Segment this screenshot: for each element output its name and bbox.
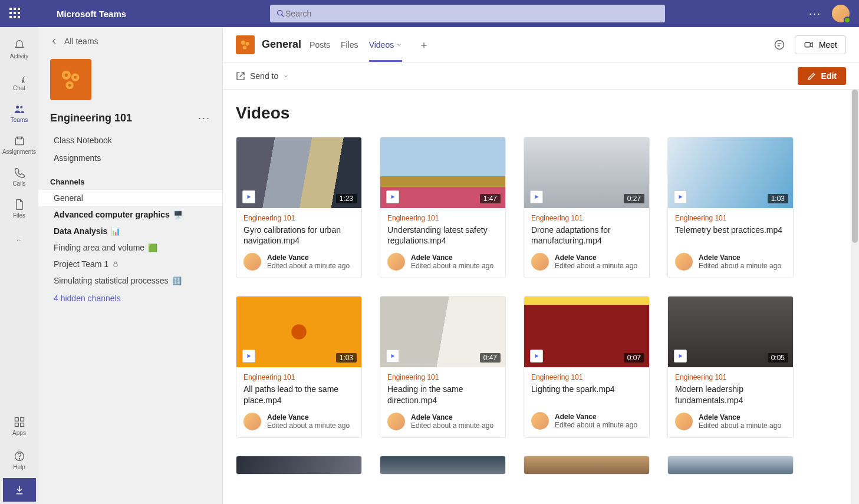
- tab-videos[interactable]: Videos: [369, 27, 402, 62]
- video-author: Adele Vance: [699, 253, 781, 262]
- video-duration: 1:47: [480, 194, 501, 203]
- video-thumbnail: 1:03: [668, 137, 793, 208]
- scrollbar[interactable]: [851, 90, 859, 504]
- author-avatar: [675, 253, 693, 271]
- video-title: All paths lead to the same place.mp4: [243, 384, 354, 405]
- video-card[interactable]: [524, 456, 650, 475]
- video-author: Adele Vance: [411, 253, 493, 262]
- video-duration: 0:05: [768, 353, 788, 363]
- svg-rect-4: [15, 417, 18, 421]
- play-icon: [242, 350, 255, 363]
- video-duration: 1:03: [336, 353, 357, 363]
- back-all-teams[interactable]: All teams: [38, 27, 222, 52]
- video-thumbnail: [380, 456, 505, 474]
- video-card[interactable]: 0:05 Engineering 101 Modern leadership f…: [667, 296, 794, 437]
- video-author: Adele Vance: [267, 253, 350, 262]
- channel-avatar: [236, 35, 255, 54]
- titlebar: Microsoft Teams ···: [0, 0, 859, 27]
- video-card[interactable]: 1:47 Engineering 101 Understanding lates…: [380, 137, 506, 278]
- video-author: Adele Vance: [555, 253, 637, 262]
- chevron-left-icon: [50, 37, 58, 45]
- channel-general[interactable]: General: [38, 190, 222, 206]
- video-card[interactable]: 1:03 Engineering 101 Telemetry best prac…: [667, 137, 794, 278]
- rail-chat[interactable]: Chat: [0, 65, 38, 97]
- tab-posts[interactable]: Posts: [310, 27, 330, 62]
- play-icon: [386, 350, 399, 363]
- conversation-icon[interactable]: [774, 39, 785, 51]
- video-edited: Edited about a minute ago: [267, 262, 350, 270]
- video-grid: 1:23 Engineering 101 Gyro calibrations f…: [236, 137, 852, 475]
- channel-simulating[interactable]: Simulating statistical processes🔢: [38, 272, 222, 289]
- video-title: Lighting the spark.mp4: [531, 384, 642, 405]
- svg-point-17: [241, 40, 245, 44]
- add-tab-button[interactable]: ＋: [419, 38, 429, 52]
- link-class-notebook[interactable]: Class Notebook: [44, 131, 216, 149]
- video-card[interactable]: 1:03 Engineering 101 All paths lead to t…: [236, 296, 362, 437]
- rail-apps[interactable]: Apps: [0, 410, 38, 442]
- video-card[interactable]: 1:23 Engineering 101 Gyro calibrations f…: [236, 137, 362, 278]
- video-card[interactable]: [380, 456, 506, 475]
- video-edited: Edited about a minute ago: [699, 421, 781, 430]
- channel-advanced-graphics[interactable]: Advanced computer graphics🖥️: [38, 206, 222, 223]
- rail-activity[interactable]: Activity: [0, 33, 38, 65]
- video-card[interactable]: [667, 456, 794, 475]
- files-icon: [13, 198, 26, 211]
- video-thumbnail: 1:03: [236, 297, 361, 367]
- video-card[interactable]: [236, 456, 362, 475]
- scrollbar-thumb[interactable]: [852, 90, 858, 243]
- send-to-button[interactable]: Send to: [236, 71, 289, 81]
- user-avatar[interactable]: [832, 5, 850, 22]
- author-avatar: [531, 412, 549, 430]
- channel-finding-area[interactable]: Finding area and volume🟩: [38, 239, 222, 256]
- svg-point-14: [74, 76, 77, 79]
- download-button[interactable]: [3, 478, 36, 502]
- waffle-icon[interactable]: [9, 8, 21, 19]
- tab-files[interactable]: Files: [341, 27, 358, 62]
- video-icon: [804, 39, 814, 50]
- rail-help[interactable]: Help: [0, 444, 38, 476]
- rail-more[interactable]: ···: [0, 224, 38, 256]
- channel-title: General: [262, 38, 301, 51]
- video-title: Gyro calibrations for urban navigation.m…: [243, 225, 354, 246]
- assignments-icon: [13, 134, 26, 147]
- rail-calls[interactable]: Calls: [0, 160, 38, 192]
- author-avatar: [675, 413, 693, 430]
- edit-button[interactable]: Edit: [798, 67, 846, 85]
- video-category: Engineering 101: [243, 373, 354, 381]
- author-avatar: [531, 253, 549, 271]
- hidden-channels-link[interactable]: 4 hidden channels: [38, 289, 222, 308]
- video-thumbnail: [668, 456, 793, 474]
- video-duration: 0:47: [480, 353, 501, 363]
- pencil-icon: [807, 71, 817, 81]
- video-category: Engineering 101: [387, 214, 498, 222]
- link-assignments[interactable]: Assignments: [44, 149, 216, 167]
- video-card[interactable]: 0:07 Engineering 101 Lighting the spark.…: [524, 296, 650, 437]
- video-category: Engineering 101: [387, 373, 498, 381]
- author-avatar: [387, 413, 405, 430]
- green-square-emoji-icon: 🟩: [148, 243, 157, 252]
- video-card[interactable]: 0:47 Engineering 101 Heading in the same…: [380, 296, 506, 437]
- channel-project-team-1[interactable]: Project Team 1: [38, 256, 222, 272]
- play-icon: [386, 190, 399, 203]
- svg-point-13: [64, 73, 68, 77]
- meet-button[interactable]: Meet: [795, 35, 846, 54]
- svg-point-20: [775, 40, 784, 49]
- video-edited: Edited about a minute ago: [699, 262, 781, 270]
- more-icon[interactable]: ···: [809, 8, 821, 20]
- calls-icon: [13, 166, 26, 179]
- rail-teams[interactable]: Teams: [0, 97, 38, 129]
- rail-files[interactable]: Files: [0, 192, 38, 224]
- svg-line-1: [282, 15, 284, 17]
- rail-assignments[interactable]: Assignments: [0, 129, 38, 160]
- channel-data-analysis[interactable]: Data Analysis📊: [38, 223, 222, 239]
- search-input[interactable]: [285, 9, 659, 18]
- svg-point-15: [68, 84, 71, 87]
- video-thumbnail: 0:05: [668, 297, 793, 367]
- team-avatar: [50, 59, 91, 100]
- team-more-icon[interactable]: ···: [198, 112, 210, 124]
- svg-point-0: [278, 11, 282, 15]
- team-sidebar: All teams Engineering 101 ··· Class Note…: [38, 27, 223, 504]
- video-card[interactable]: 0:27 Engineering 101 Drone adaptations f…: [524, 137, 650, 278]
- bell-icon: [13, 39, 26, 52]
- search-box[interactable]: [270, 5, 665, 22]
